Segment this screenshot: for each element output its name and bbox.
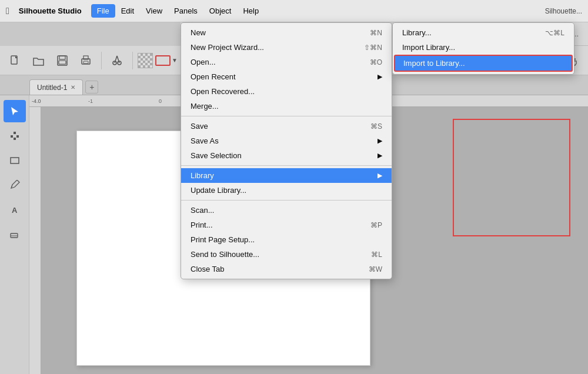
svg-rect-22 xyxy=(14,132,16,134)
file-menu-dropdown: New ⌘N New Project Wizard... ⇧⌘N Open...… xyxy=(181,22,392,279)
save-selection-arrow: ▶ xyxy=(377,152,382,159)
menu-save-shortcut: ⌘S xyxy=(370,122,382,131)
menu-open-label: Open... xyxy=(191,58,216,66)
menu-view[interactable]: View xyxy=(140,4,168,18)
ruler-mark-n1: -1 xyxy=(88,98,93,104)
menu-close-tab-label: Close Tab xyxy=(191,265,225,273)
open-btn[interactable] xyxy=(28,50,49,71)
new-tab-btn[interactable]: + xyxy=(85,81,98,94)
menu-save-selection[interactable]: Save Selection ▶ xyxy=(181,148,392,163)
menu-library-label: Library xyxy=(191,171,214,180)
menu-new-project[interactable]: New Project Wizard... ⇧⌘N xyxy=(181,40,392,55)
pencil-tool[interactable] xyxy=(4,174,26,196)
menu-update-library-label: Update Library... xyxy=(191,186,246,195)
tab-label: Untitled-1 xyxy=(37,84,67,92)
menu-open-recent-label: Open Recent xyxy=(191,72,236,81)
app-name: Silhouette Studio xyxy=(19,6,82,15)
menu-file[interactable]: File xyxy=(91,4,115,18)
menu-save-selection-label: Save Selection xyxy=(191,151,242,160)
menu-open-shortcut: ⌘O xyxy=(370,58,382,66)
submenu-import-to-library-label: Import to Library... xyxy=(403,59,465,68)
menu-library[interactable]: Library ▶ xyxy=(181,168,392,183)
tab-close-btn[interactable]: ✕ xyxy=(71,84,75,91)
sep-group-2 xyxy=(181,165,392,166)
apple-icon:  xyxy=(6,6,9,16)
menu-new[interactable]: New ⌘N xyxy=(181,25,392,40)
menu-object[interactable]: Object xyxy=(203,4,238,18)
menu-print-label: Print... xyxy=(191,221,213,229)
shape-box xyxy=(155,55,171,66)
rect-tool[interactable] xyxy=(4,149,26,172)
eraser-tool[interactable] xyxy=(4,223,26,246)
cut-btn[interactable] xyxy=(106,50,128,71)
ruler-mark-0: 0 xyxy=(159,98,162,104)
canvas-red-selection xyxy=(453,119,570,236)
ruler-vertical xyxy=(29,107,41,374)
tab-untitled[interactable]: Untitled-1 ✕ xyxy=(29,79,83,95)
menu-save-as-label: Save As xyxy=(191,136,219,145)
svg-text:A: A xyxy=(12,206,18,215)
menu-close-tab-shortcut: ⌘W xyxy=(369,265,382,273)
svg-rect-23 xyxy=(14,138,16,140)
menu-new-shortcut: ⌘N xyxy=(370,29,382,37)
shape-selector[interactable]: ▼ xyxy=(155,55,178,66)
menu-merge[interactable]: Merge... xyxy=(181,99,392,113)
submenu-import-library[interactable]: Import Library... xyxy=(393,40,574,55)
submenu-library-shortcut: ⌥⌘L xyxy=(545,29,564,37)
menu-send-shortcut: ⌘L xyxy=(371,251,382,259)
menu-save-label: Save xyxy=(191,122,208,131)
menu-send-to-silhouette[interactable]: Send to Silhouette... ⌘L xyxy=(181,247,392,262)
menu-edit[interactable]: Edit xyxy=(115,4,140,18)
menu-save[interactable]: Save ⌘S xyxy=(181,119,392,133)
menu-open-recovered-label: Open Recovered... xyxy=(191,87,255,96)
save-as-arrow: ▶ xyxy=(377,137,382,145)
menu-scan-label: Scan... xyxy=(191,206,214,215)
submenu-import-library-label: Import Library... xyxy=(402,43,455,52)
library-arrow: ▶ xyxy=(377,172,382,179)
select-tool[interactable] xyxy=(4,100,26,122)
shape-dropdown-arrow[interactable]: ▼ xyxy=(172,57,178,64)
menu-new-project-label: New Project Wizard... xyxy=(191,43,264,52)
menu-send-label: Send to Silhouette... xyxy=(191,250,259,259)
svg-rect-6 xyxy=(83,61,88,64)
svg-rect-2 xyxy=(59,56,65,59)
menu-panels[interactable]: Panels xyxy=(168,4,203,18)
save-btn[interactable] xyxy=(52,50,73,71)
menu-open[interactable]: Open... ⌘O xyxy=(181,55,392,69)
menu-merge-label: Merge... xyxy=(191,102,219,111)
left-toolbar: A xyxy=(0,95,29,374)
menu-print[interactable]: Print... ⌘P xyxy=(181,218,392,232)
sep1 xyxy=(101,52,102,69)
svg-rect-21 xyxy=(16,135,19,138)
menu-new-label: New xyxy=(191,28,206,37)
title-right: Silhouette... xyxy=(545,7,582,15)
sep2 xyxy=(132,52,133,69)
menu-new-project-shortcut: ⇧⌘N xyxy=(364,44,382,52)
menu-open-recent[interactable]: Open Recent ▶ xyxy=(181,69,392,84)
menu-print-shortcut: ⌘P xyxy=(370,221,382,229)
print-btn[interactable] xyxy=(75,50,96,71)
checker-swatch xyxy=(138,53,153,68)
library-submenu: Library... ⌥⌘L Import Library... Import … xyxy=(392,22,574,75)
menu-help[interactable]: Help xyxy=(237,4,265,18)
new-btn[interactable] xyxy=(5,50,26,71)
text-tool[interactable]: A xyxy=(4,199,26,221)
node-tool[interactable] xyxy=(4,125,26,147)
svg-rect-3 xyxy=(59,61,66,64)
sep-group-1 xyxy=(181,116,392,116)
sep-group-3 xyxy=(181,200,392,201)
submenu-library[interactable]: Library... ⌥⌘L xyxy=(393,25,574,40)
menu-save-as[interactable]: Save As ▶ xyxy=(181,133,392,148)
svg-rect-20 xyxy=(11,135,13,138)
menu-scan[interactable]: Scan... xyxy=(181,203,392,218)
menu-print-page-setup[interactable]: Print Page Setup... xyxy=(181,232,392,247)
open-recent-arrow: ▶ xyxy=(377,73,382,81)
submenu-library-label: Library... xyxy=(402,28,432,37)
submenu-import-to-library[interactable]: Import to Library... xyxy=(394,55,573,72)
menu-update-library[interactable]: Update Library... xyxy=(181,183,392,198)
menu-print-page-setup-label: Print Page Setup... xyxy=(191,235,255,244)
menu-close-tab[interactable]: Close Tab ⌘W xyxy=(181,262,392,276)
menu-bar:  Silhouette Studio File Edit View Panel… xyxy=(0,0,588,22)
menu-open-recovered[interactable]: Open Recovered... xyxy=(181,84,392,99)
svg-rect-24 xyxy=(11,158,19,163)
